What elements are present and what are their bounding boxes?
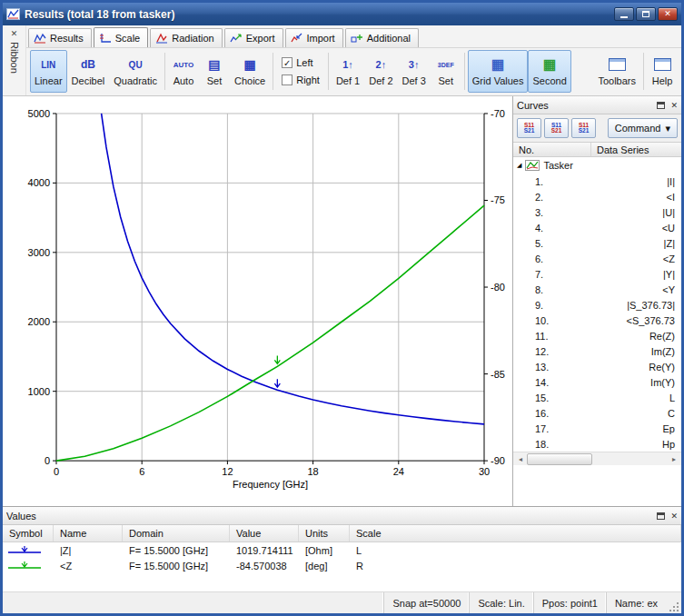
curve-list-item[interactable]: 7.|Y|	[513, 266, 681, 282]
ribbon-button-help[interactable]: Help	[647, 50, 678, 93]
svg-text:30: 30	[479, 466, 490, 477]
curve-number: 17.	[535, 423, 549, 434]
scrollbar-thumb[interactable]	[527, 453, 592, 465]
ribbon-button-decibel[interactable]: dBDecibel	[67, 50, 110, 93]
float-panel-icon[interactable]	[657, 512, 665, 520]
values-row[interactable]: <ZF= 15.5000 [GHz]-84.570038[deg]R	[3, 558, 681, 573]
window-controls: ✕	[614, 7, 678, 21]
right-axis-checkbox[interactable]: Right	[282, 75, 320, 85]
tab-export[interactable]: Export	[224, 28, 283, 47]
curve-list-item[interactable]: 8.<Y	[513, 282, 681, 297]
ribbon-button-label: Def 2	[369, 75, 392, 86]
set-def-icon: 3DEF	[438, 54, 454, 75]
sparam-button-3[interactable]: S11 S21	[571, 118, 596, 138]
values-panel: Values ✕ Symbol Name Domain Value Units …	[3, 506, 681, 591]
column-domain[interactable]: Domain	[123, 525, 230, 541]
svg-text:4000: 4000	[28, 177, 50, 188]
sparam-button-2[interactable]: S11 S21	[544, 118, 569, 138]
curves-tree-root[interactable]: ◢ Tasker	[513, 157, 681, 174]
curve-list-item[interactable]: 12.Im(Z)	[513, 343, 681, 359]
values-cell-scale: L	[350, 545, 681, 556]
curve-list-item[interactable]: 6.<Z	[513, 251, 681, 266]
curve-number: 14.	[535, 377, 549, 388]
curve-list-item[interactable]: 5.|Z|	[513, 235, 681, 251]
curve-list-item[interactable]: 4.<U	[513, 220, 681, 235]
grid-values-icon: ▦	[491, 54, 504, 75]
curve-series-name: Re(Z)	[649, 331, 675, 342]
column-value[interactable]: Value	[230, 525, 299, 541]
svg-text:24: 24	[393, 466, 404, 477]
tree-expander-icon[interactable]: ◢	[517, 162, 521, 169]
ribbon-button-set-def[interactable]: 3DEFSet	[431, 50, 461, 93]
ribbon-button-linear[interactable]: LINLinear	[30, 50, 67, 93]
decibel-icon: dB	[81, 54, 95, 75]
curve-number: 7.	[535, 269, 543, 280]
values-panel-header: Values ✕	[3, 507, 681, 525]
ribbon-button-quadratic[interactable]: QUQuadratic	[109, 50, 162, 93]
curve-list-item[interactable]: 1.|I|	[513, 174, 681, 189]
command-button[interactable]: Command ▾	[608, 118, 678, 138]
tab-scale[interactable]: Scale	[94, 27, 149, 47]
column-name[interactable]: Name	[54, 525, 123, 541]
values-row[interactable]: |Z|F= 15.5000 [GHz]1019.714111[Ohm]L	[3, 542, 681, 558]
left-axis-checkbox[interactable]: ✓Left	[282, 57, 320, 68]
ribbon-button-def1[interactable]: 1↑Def 1	[332, 50, 364, 93]
ribbon-button-def2[interactable]: 2↑Def 2	[364, 50, 397, 93]
scroll-right-icon[interactable]: ▸	[668, 455, 680, 463]
maximize-button[interactable]	[636, 7, 656, 21]
close-button[interactable]: ✕	[658, 7, 678, 21]
ribbon-button-second[interactable]: ▦Second	[528, 50, 570, 93]
ribbon-button-choice[interactable]: ▦Choice	[230, 50, 270, 93]
tab-import[interactable]: Import	[285, 28, 343, 47]
curve-list-item[interactable]: 11.Re(Z)	[513, 328, 681, 343]
curves-horizontal-scrollbar[interactable]: ◂ ▸	[513, 452, 681, 465]
values-cell-symbol	[3, 545, 54, 556]
tab-radiation[interactable]: Radiation	[150, 28, 222, 47]
curve-series-name: <Z	[663, 253, 675, 264]
tab-additional[interactable]: Additional	[345, 28, 419, 47]
close-panel-icon[interactable]: ✕	[670, 512, 678, 521]
plot-canvas[interactable]: 010002000300040005000-90-85-80-75-700612…	[3, 96, 512, 506]
column-scale[interactable]: Scale	[350, 525, 681, 541]
curve-list-item[interactable]: 16.C	[513, 405, 681, 421]
curve-list-item[interactable]: 9.|S_376.73|	[513, 297, 681, 313]
curve-list-item[interactable]: 13.Re(Y)	[513, 359, 681, 374]
scroll-left-icon[interactable]: ◂	[514, 455, 527, 463]
curve-list-item[interactable]: 15.L	[513, 390, 681, 405]
curve-list-item[interactable]: 3.|U|	[513, 204, 681, 220]
scrollbar-track[interactable]	[527, 453, 668, 465]
close-panel-icon[interactable]: ✕	[670, 101, 678, 110]
minimize-button[interactable]	[614, 7, 634, 21]
values-cell-scale: R	[350, 561, 681, 571]
column-data-series[interactable]: Data Series	[591, 144, 681, 155]
resize-grip[interactable]	[668, 601, 680, 613]
ribbon-button-grid-values[interactable]: ▦Grid Values	[468, 50, 529, 93]
checkbox-icon: ✓	[282, 57, 292, 68]
sparam-icon-bottom: S21	[579, 128, 590, 134]
status-scale: Scale: Lin.	[469, 592, 532, 613]
tab-results[interactable]: Results	[28, 28, 92, 47]
export-tab-icon	[230, 33, 243, 44]
curve-list-item[interactable]: 14.Im(Y)	[513, 374, 681, 390]
values-cell-value: -84.570038	[230, 561, 299, 571]
svg-text:-85: -85	[491, 369, 505, 380]
ribbon-button-def3[interactable]: 3↑Def 3	[398, 50, 431, 93]
main-content: 010002000300040005000-90-85-80-75-700612…	[3, 96, 681, 506]
ribbon-button-auto[interactable]: AUTOAuto	[168, 50, 199, 93]
sparam-button-1[interactable]: S11 S21	[517, 118, 541, 138]
column-symbol[interactable]: Symbol	[3, 525, 54, 541]
float-panel-icon[interactable]	[657, 102, 665, 109]
curve-list-item[interactable]: 17.Ep	[513, 421, 681, 436]
ribbon-button-set-scale[interactable]: ▤Set	[199, 50, 230, 93]
column-units[interactable]: Units	[299, 525, 350, 541]
curve-list-item[interactable]: 10.<S_376.73	[513, 313, 681, 328]
values-panel-title: Values	[6, 511, 36, 522]
column-no[interactable]: No.	[513, 143, 591, 156]
ribbon-button-toolbars[interactable]: Toolbars	[593, 50, 640, 93]
ribbon-close-button[interactable]: ✕	[11, 25, 18, 40]
curve-number: 8.	[535, 284, 543, 295]
curve-list-item[interactable]: 18.Hp	[513, 436, 681, 452]
titlebar[interactable]: Results (total 18 from tasker) ✕	[3, 3, 681, 25]
curve-list-item[interactable]: 2.<I	[513, 189, 681, 204]
svg-text:2000: 2000	[28, 316, 50, 327]
